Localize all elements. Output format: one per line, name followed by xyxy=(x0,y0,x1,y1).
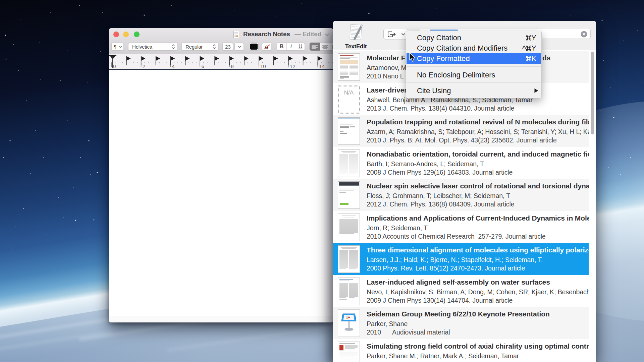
svg-text:8: 8 xyxy=(231,63,233,69)
svg-text:12: 12 xyxy=(290,63,296,69)
svg-text:10: 10 xyxy=(260,63,266,69)
svg-text:2: 2 xyxy=(143,63,145,69)
svg-text:4: 4 xyxy=(172,63,175,69)
svg-text:14: 14 xyxy=(319,63,325,69)
svg-text:0: 0 xyxy=(113,63,116,69)
svg-text:6: 6 xyxy=(201,63,204,69)
